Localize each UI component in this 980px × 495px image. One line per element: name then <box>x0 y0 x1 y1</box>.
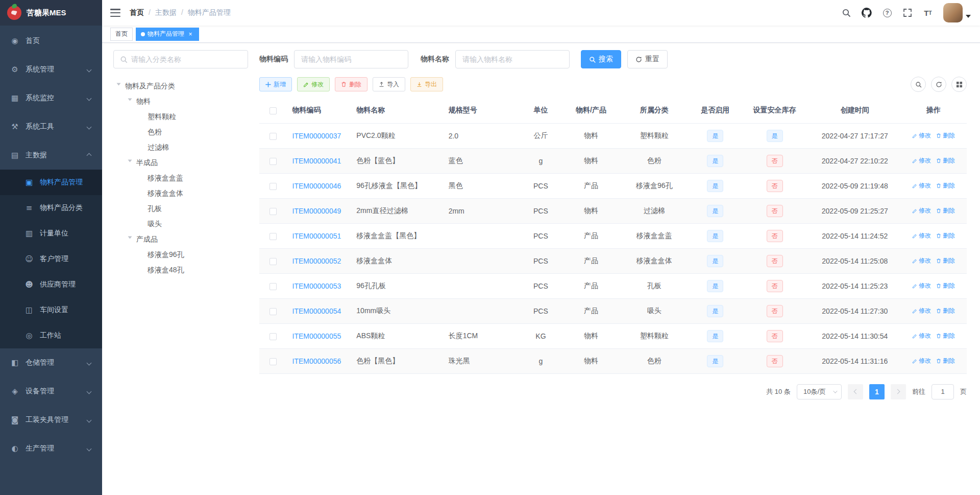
material-code-link[interactable]: ITEM00000053 <box>292 282 341 290</box>
material-name-input[interactable] <box>455 50 570 68</box>
edit-link[interactable]: 修改 <box>912 231 931 240</box>
sidebar-subitem[interactable]: 物料产品分类 <box>0 195 102 221</box>
delete-link[interactable]: 删除 <box>936 281 955 290</box>
tree-node[interactable]: 孔板 <box>113 201 248 217</box>
material-code-link[interactable]: ITEM00000046 <box>292 182 341 190</box>
row-checkbox[interactable] <box>270 133 277 140</box>
edit-link[interactable]: 修改 <box>912 281 931 290</box>
close-icon[interactable] <box>187 31 194 38</box>
sidebar-item[interactable]: 工装夹具管理 <box>0 406 102 434</box>
page-size-select[interactable]: 10条/页 <box>797 384 842 399</box>
edit-link[interactable]: 修改 <box>912 307 931 315</box>
edit-link[interactable]: 修改 <box>912 131 931 140</box>
page-number-button[interactable]: 1 <box>869 384 885 399</box>
sidebar-subitem[interactable]: 工作站 <box>0 323 102 348</box>
column-header[interactable]: 所属分类 <box>618 98 691 123</box>
search-button[interactable]: 搜索 <box>581 50 621 68</box>
sidebar-item[interactable]: 系统工具 <box>0 112 102 141</box>
show-search-button[interactable] <box>911 77 926 92</box>
columns-button[interactable] <box>951 77 967 92</box>
edit-link[interactable]: 修改 <box>912 256 931 265</box>
breadcrumb-item[interactable]: 首页 <box>130 8 144 17</box>
help-icon[interactable]: ? <box>882 8 892 18</box>
view-tab[interactable]: 物料产品管理 <box>136 28 199 41</box>
sidebar-subitem[interactable]: 车间设置 <box>0 297 102 323</box>
refresh-button[interactable] <box>931 77 946 92</box>
sidebar-item[interactable]: 系统监控 <box>0 84 102 112</box>
material-code-link[interactable]: ITEM00000037 <box>292 132 341 140</box>
user-avatar[interactable] <box>943 3 971 22</box>
column-header[interactable]: 规格型号 <box>444 98 518 123</box>
row-checkbox[interactable] <box>270 333 277 340</box>
sidebar-item[interactable]: 生产管理 <box>0 434 102 463</box>
export-button[interactable]: 导出 <box>410 77 443 91</box>
sidebar-item-main-data[interactable]: 主数据 <box>0 141 102 170</box>
edit-button[interactable]: 修改 <box>297 77 330 91</box>
font-size-icon[interactable]: TT <box>923 8 933 18</box>
tree-node[interactable]: 塑料颗粒 <box>113 109 248 125</box>
column-header[interactable]: 设置安全库存 <box>740 98 809 123</box>
material-code-link[interactable]: ITEM00000051 <box>292 232 341 240</box>
select-all-checkbox[interactable] <box>270 107 277 114</box>
delete-link[interactable]: 删除 <box>936 131 955 140</box>
delete-link[interactable]: 删除 <box>936 307 955 315</box>
edit-link[interactable]: 修改 <box>912 156 931 165</box>
row-checkbox[interactable] <box>270 283 277 290</box>
tree-node[interactable]: 色粉 <box>113 125 248 140</box>
edit-link[interactable]: 修改 <box>912 357 931 365</box>
search-icon[interactable] <box>841 8 851 18</box>
category-search-input[interactable] <box>131 55 241 63</box>
delete-link[interactable]: 删除 <box>936 206 955 215</box>
tree-node[interactable]: 产成品 <box>113 232 248 247</box>
material-code-link[interactable]: ITEM00000041 <box>292 157 341 165</box>
tree-node[interactable]: 半成品 <box>113 155 248 171</box>
row-checkbox[interactable] <box>270 308 277 315</box>
tree-node[interactable]: 过滤棉 <box>113 140 248 155</box>
tree-node[interactable]: 移液盒48孔 <box>113 263 248 278</box>
tree-node[interactable]: 移液盒盒盖 <box>113 171 248 186</box>
row-checkbox[interactable] <box>270 183 277 190</box>
material-code-link[interactable]: ITEM00000052 <box>292 257 341 265</box>
import-button[interactable]: 导入 <box>373 77 405 91</box>
sidebar-subitem[interactable]: 计量单位 <box>0 221 102 246</box>
column-header[interactable]: 创建时间 <box>810 98 900 123</box>
edit-link[interactable]: 修改 <box>912 181 931 190</box>
fullscreen-icon[interactable] <box>902 8 913 18</box>
breadcrumb-item[interactable]: 主数据 <box>144 8 177 17</box>
edit-link[interactable]: 修改 <box>912 206 931 215</box>
reset-button[interactable]: 重置 <box>627 50 668 68</box>
column-header[interactable]: 物料编码 <box>287 98 352 123</box>
row-checkbox[interactable] <box>270 233 277 240</box>
goto-page-input[interactable] <box>932 384 954 399</box>
material-code-link[interactable]: ITEM00000056 <box>292 357 341 365</box>
material-code-link[interactable]: ITEM00000054 <box>292 307 341 315</box>
row-checkbox[interactable] <box>270 358 277 365</box>
material-code-input[interactable] <box>294 50 408 68</box>
sidebar-item[interactable]: 仓储管理 <box>0 348 102 377</box>
sidebar-subitem[interactable]: 物料产品管理 <box>0 170 102 195</box>
delete-link[interactable]: 删除 <box>936 332 955 340</box>
row-checkbox[interactable] <box>270 208 277 215</box>
delete-link[interactable]: 删除 <box>936 256 955 265</box>
delete-link[interactable]: 删除 <box>936 181 955 190</box>
column-header[interactable]: 单位 <box>517 98 564 123</box>
sidebar-item[interactable]: 首页 <box>0 27 102 55</box>
delete-link[interactable]: 删除 <box>936 156 955 165</box>
column-header[interactable]: 物料/产品 <box>565 98 618 123</box>
edit-link[interactable]: 修改 <box>912 332 931 340</box>
sidebar-item[interactable]: 系统管理 <box>0 55 102 84</box>
tree-node[interactable]: 物料 <box>113 94 248 109</box>
tree-node[interactable]: 移液盒盒体 <box>113 186 248 201</box>
column-header[interactable]: 是否启用 <box>691 98 740 123</box>
breadcrumb-item[interactable]: 物料产品管理 <box>177 8 231 17</box>
tree-node[interactable]: 移液盒96孔 <box>113 247 248 263</box>
app-logo[interactable]: 苦糖果MES <box>0 0 102 26</box>
delete-button[interactable]: 删除 <box>335 77 368 91</box>
material-code-link[interactable]: ITEM00000055 <box>292 332 341 340</box>
sidebar-item[interactable]: 设备管理 <box>0 377 102 406</box>
delete-link[interactable]: 删除 <box>936 357 955 365</box>
view-tab[interactable]: 首页 <box>110 28 133 41</box>
row-checkbox[interactable] <box>270 158 277 165</box>
tree-node[interactable]: 物料及产品分类 <box>113 79 248 94</box>
tree-node[interactable]: 吸头 <box>113 217 248 232</box>
